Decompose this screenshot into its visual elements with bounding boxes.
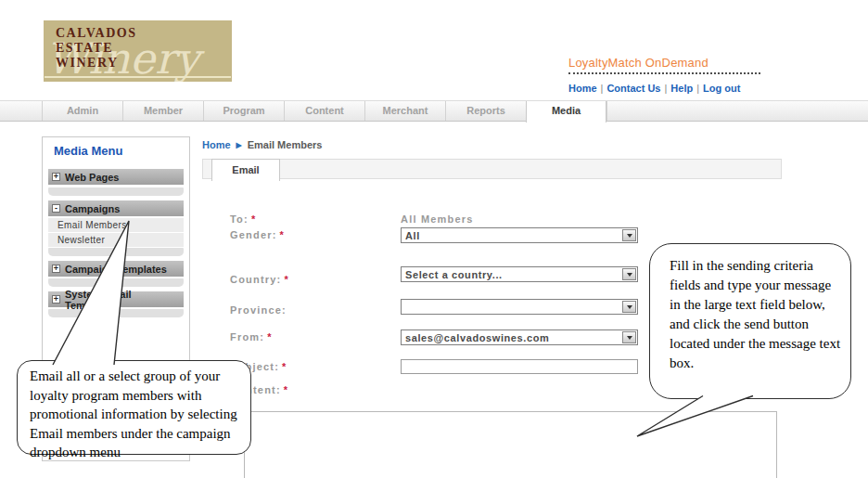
logo-divider: [45, 76, 231, 78]
required-asterisk: *: [249, 213, 256, 225]
nav-spacer: [0, 101, 42, 121]
country-label: Country:*: [230, 274, 289, 285]
required-asterisk: *: [264, 331, 272, 342]
province-label: Province:: [230, 304, 287, 316]
gender-select[interactable]: All: [401, 227, 638, 243]
expand-icon[interactable]: +: [52, 265, 60, 273]
callout-campaigns-note: Email all or a select group of your loya…: [17, 360, 251, 455]
sidebar-section-system-email-templates[interactable]: + System Email Templates: [48, 291, 184, 307]
sidebar-item-newsletter[interactable]: Newsletter: [48, 233, 184, 247]
gender-label: Gender:*: [230, 229, 285, 240]
to-value: All Members: [401, 213, 474, 225]
gender-selected-value: All: [405, 230, 420, 241]
tab-email[interactable]: Email: [211, 159, 280, 181]
nav-tab-merchant[interactable]: Merchant: [364, 101, 445, 121]
utility-link-contact-us[interactable]: Contact Us: [606, 83, 660, 94]
dotted-divider: [568, 71, 760, 74]
from-selected-value: sales@calvadoswines.com: [405, 332, 549, 343]
sidebar-section-web-pages[interactable]: + Web Pages: [48, 169, 184, 185]
nav-tab-admin[interactable]: Admin: [42, 101, 122, 121]
utility-link-help[interactable]: Help: [670, 83, 693, 94]
from-select[interactable]: sales@calvadoswines.com: [401, 329, 638, 345]
media-menu-title: Media Menu: [54, 144, 122, 158]
callout-text: Email all or a select group of your loya…: [30, 368, 237, 459]
content-tab-strip: Email: [202, 159, 782, 179]
sidebar-section-footer: [48, 278, 184, 287]
utility-link-log-out[interactable]: Log out: [703, 83, 740, 94]
required-asterisk: *: [281, 384, 288, 395]
expand-icon[interactable]: +: [52, 295, 60, 304]
sidebar-section-footer: [48, 187, 184, 196]
logo-line-3: WINERY: [56, 56, 232, 71]
breadcrumb: Home ▶ Email Members: [202, 139, 322, 150]
sidebar-section-label: Web Pages: [65, 172, 120, 183]
sidebar-section-label: System Email Templates: [65, 289, 184, 311]
nav-filler: [606, 101, 868, 121]
logo-line-1: CALVADOS: [56, 26, 232, 41]
required-asterisk: *: [277, 229, 285, 240]
sidebar-section-label: Campaigns: [65, 203, 120, 214]
to-label: To:*: [230, 213, 256, 225]
breadcrumb-home-link[interactable]: Home: [202, 139, 231, 150]
sidebar-item-email-members[interactable]: Email Members: [48, 218, 184, 232]
dropdown-arrow-icon[interactable]: [622, 229, 636, 241]
subject-input[interactable]: [401, 359, 638, 374]
product-name: LoyaltyMatch OnDemand: [568, 56, 760, 70]
callout-send-instructions-note: Fill in the sending criteria fields and …: [649, 243, 851, 399]
dropdown-arrow-icon[interactable]: [622, 331, 636, 343]
dropdown-arrow-icon[interactable]: [622, 268, 636, 280]
dropdown-arrow-icon[interactable]: [622, 301, 636, 313]
sidebar-section-label: Campaign Templates: [65, 264, 167, 275]
sidebar-section-footer: [48, 248, 184, 256]
collapse-icon[interactable]: -: [52, 204, 60, 213]
nav-tab-member[interactable]: Member: [122, 101, 203, 121]
nav-tab-media[interactable]: Media: [526, 101, 606, 123]
callout-text: Fill in the sending criteria fields and …: [670, 258, 840, 370]
utility-link-home[interactable]: Home: [568, 83, 597, 94]
logo-line-2: ESTATE: [56, 41, 232, 56]
utility-separator: |: [660, 83, 670, 94]
required-asterisk: *: [281, 274, 288, 285]
from-label: From:*: [230, 331, 273, 342]
sidebar-section-campaign-templates[interactable]: + Campaign Templates: [48, 261, 184, 277]
required-asterisk: *: [279, 361, 287, 372]
nav-tab-program[interactable]: Program: [203, 101, 284, 121]
utility-nav: Home|Contact Us|Help|Log out: [568, 83, 760, 94]
page: Winery CALVADOS ESTATE WINERY LoyaltyMat…: [0, 0, 868, 478]
company-logo: Winery CALVADOS ESTATE WINERY: [44, 20, 232, 82]
breadcrumb-arrow-icon: ▶: [236, 141, 242, 149]
sidebar-section-footer: [48, 309, 184, 317]
nav-tab-reports[interactable]: Reports: [445, 101, 526, 121]
message-content-textarea[interactable]: [244, 411, 777, 478]
country-select[interactable]: Select a country...: [401, 266, 638, 282]
country-selected-value: Select a country...: [405, 269, 503, 280]
sidebar-section-campaigns[interactable]: - Campaigns: [48, 200, 184, 216]
nav-tab-content[interactable]: Content: [284, 101, 364, 121]
utility-separator: |: [597, 83, 607, 94]
province-select[interactable]: [401, 299, 638, 315]
expand-icon[interactable]: +: [52, 173, 60, 181]
main-nav-bar: Admin Member Program Content Merchant Re…: [0, 100, 868, 122]
utility-separator: |: [693, 83, 703, 94]
breadcrumb-current: Email Members: [248, 139, 323, 150]
